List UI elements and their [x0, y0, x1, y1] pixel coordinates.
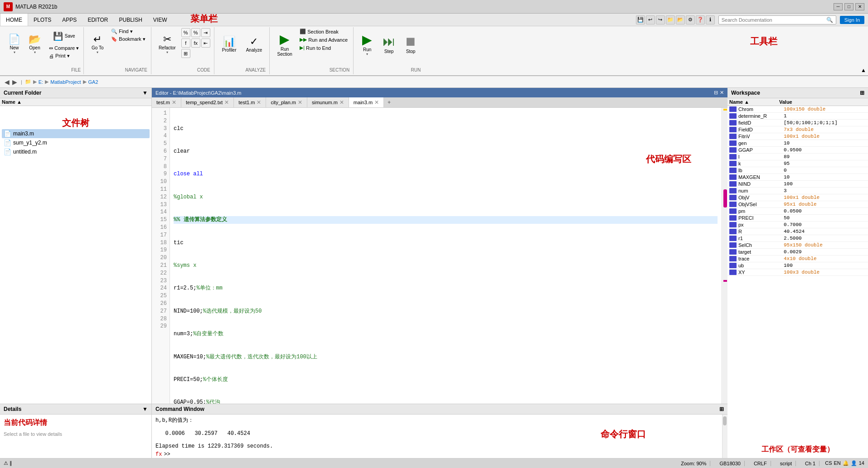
toolbar-icon-8[interactable]: ℹ — [706, 15, 715, 24]
ws-row-chrom[interactable]: Chrom100x150 double — [727, 106, 868, 113]
bookmark-button[interactable]: 🔖 Bookmark ▾ — [109, 36, 147, 43]
details-expand[interactable]: ▼ — [142, 406, 148, 412]
scroll-thumb[interactable] — [723, 189, 727, 207]
back-button[interactable]: ◀ — [4, 77, 10, 87]
ws-row-ggap[interactable]: GGAP0.9500 — [727, 147, 868, 154]
menu-plots[interactable]: PLOTS — [28, 14, 57, 26]
ws-row-fieldd-small[interactable]: fieldD[50;0;100;1;0;1;1] — [727, 120, 868, 126]
ws-row-objvsel[interactable]: ObjVSel95x1 double — [727, 201, 868, 208]
editor-controls[interactable]: ⊟ ✕ — [714, 90, 724, 96]
file-item-sum[interactable]: 📄 sum_y1_y2.m — [2, 138, 150, 147]
toolbar-icon-5[interactable]: 📂 — [676, 15, 685, 24]
command-input[interactable] — [172, 451, 724, 458]
file-item-untitled[interactable]: 📄 untitled.m — [2, 147, 150, 156]
editor-content[interactable]: 1234567891011121314151617181920212223242… — [152, 108, 727, 404]
profiler-button[interactable]: 📊 Profiler — [218, 28, 241, 60]
ws-row-lb[interactable]: lb0 — [727, 167, 868, 174]
menu-view[interactable]: VIEW — [148, 14, 173, 26]
menu-publish[interactable]: PUBLISH — [114, 14, 148, 26]
ws-row-r1[interactable]: r12.5000 — [727, 235, 868, 242]
ws-row-xy[interactable]: XY100x3 double — [727, 269, 868, 276]
file-item-main3[interactable]: 📄 main3.m — [2, 129, 150, 138]
ws-row-objv[interactable]: ObjV100x1 double — [727, 194, 868, 201]
new-button[interactable]: 📄 New ▾ — [5, 28, 24, 60]
goto-button[interactable]: ↵ Go To ▾ — [87, 28, 107, 60]
analyze-button[interactable]: ✓ Analyze — [242, 28, 266, 60]
code-btn-4[interactable]: f — [181, 39, 190, 48]
toolbar-icon-3[interactable]: ↪ — [656, 15, 665, 24]
toolbar-icon-2[interactable]: ↩ — [646, 15, 655, 24]
indent-btn[interactable]: ⇥ — [201, 28, 210, 37]
ws-row-l[interactable]: l89 — [727, 154, 868, 160]
address-part-project[interactable]: MatlabProject — [50, 79, 81, 85]
ws-row-preci[interactable]: PRECI50 — [727, 215, 868, 222]
menu-editor[interactable]: EDITOR — [82, 14, 113, 26]
ws-row-fitnv[interactable]: FitnV100x1 double — [727, 133, 868, 140]
tab-test1[interactable]: test1.m ✕ — [234, 97, 266, 107]
ws-row-k[interactable]: k95 — [727, 160, 868, 167]
tab-temp-spend[interactable]: temp_spend2.txt ✕ — [181, 97, 234, 107]
command-scrollbar[interactable] — [722, 415, 727, 458]
sign-in-button[interactable]: Sign In — [840, 16, 864, 24]
close-button[interactable]: ✕ — [855, 3, 864, 10]
toolbar-icon-6[interactable]: ⚙ — [686, 15, 695, 24]
tab-close-test1[interactable]: ✕ — [257, 99, 261, 106]
ws-row-num[interactable]: num3 — [727, 188, 868, 194]
toolbar-icon-1[interactable]: 💾 — [636, 15, 645, 24]
percent-btn-1[interactable]: % — [181, 28, 190, 37]
refactor-button[interactable]: ✂ Refactor ▾ — [155, 28, 179, 60]
command-scroll-thumb[interactable] — [723, 416, 727, 425]
ws-row-nind[interactable]: NIND100 — [727, 181, 868, 188]
ws-row-target[interactable]: target0.0029 — [727, 249, 868, 256]
ws-row-ub[interactable]: ub100 — [727, 262, 868, 269]
open-button[interactable]: 📂 Open ▾ — [25, 28, 44, 60]
ws-row-px[interactable]: px0.7000 — [727, 222, 868, 228]
ws-row-pm[interactable]: pm0.0500 — [727, 208, 868, 215]
ws-row-selch[interactable]: SelCh95x150 double — [727, 242, 868, 249]
menu-home[interactable]: HOME — [0, 14, 28, 26]
run-section-button[interactable]: ▶ RunSection — [273, 28, 296, 60]
print-button[interactable]: 🖨 Print ▾ — [47, 53, 81, 59]
ws-row-r[interactable]: R40.4524 — [727, 228, 868, 235]
tab-city-plan[interactable]: city_plan.m ✕ — [266, 97, 307, 107]
tab-close-simu[interactable]: ✕ — [339, 99, 344, 106]
stop-button[interactable]: ⏹ Stop — [401, 28, 421, 60]
menu-apps[interactable]: APPS — [57, 14, 82, 26]
code-btn-7[interactable]: ⊞ — [181, 49, 190, 58]
maximize-button[interactable]: □ — [844, 3, 853, 10]
minimize-button[interactable]: ─ — [834, 3, 843, 10]
dedent-btn[interactable]: ⇤ — [201, 39, 210, 48]
toolbar-icon-7[interactable]: ❓ — [696, 15, 705, 24]
tab-simunum[interactable]: simunum.m ✕ — [307, 97, 349, 107]
ws-row-determine[interactable]: determine_R1 — [727, 113, 868, 120]
ws-row-fieldd-big[interactable]: FieldD7x3 double — [727, 126, 868, 133]
step-button[interactable]: ⏭ Step — [379, 28, 399, 60]
run-to-end-button[interactable]: ▶| Run to End — [298, 44, 349, 51]
address-part-folder[interactable]: GA2 — [88, 79, 98, 85]
tab-close-test[interactable]: ✕ — [172, 99, 176, 106]
forward-button[interactable]: ▶ — [11, 77, 18, 87]
editor-minimize-icon[interactable]: ⊟ — [714, 90, 718, 96]
ws-row-maxgen[interactable]: MAXGEN10 — [727, 174, 868, 181]
tab-close-main3[interactable]: ✕ — [374, 99, 379, 106]
command-expand[interactable]: ⊞ — [719, 406, 724, 412]
compare-button[interactable]: ⇔ Compare ▾ — [47, 45, 81, 52]
ws-row-trace[interactable]: trace4x10 double — [727, 256, 868, 262]
editor-scrollbar[interactable] — [721, 108, 727, 404]
workspace-expand[interactable]: ⊞ — [860, 90, 864, 96]
run-advance-button[interactable]: ▶▶ Run and Advance — [298, 36, 349, 43]
tab-main3[interactable]: main3.m ✕ — [349, 97, 384, 107]
ribbon-expand[interactable]: ▲ — [861, 67, 866, 73]
tab-close-temp[interactable]: ✕ — [224, 99, 229, 106]
panel-expand-icon[interactable]: ▼ — [142, 90, 148, 96]
run-button[interactable]: ▶ Run ▾ — [357, 28, 377, 60]
tab-add[interactable]: + — [384, 97, 394, 107]
code-editor[interactable]: clc clear close all %global x %% 遗传算法参数定… — [170, 108, 721, 404]
save-button[interactable]: 💾 Save — [47, 28, 81, 44]
section-break-button[interactable]: ⬛ Section Break — [298, 28, 349, 35]
code-btn-5[interactable]: fx — [191, 39, 200, 48]
find-button[interactable]: 🔍 Find ▾ — [109, 28, 147, 35]
window-controls[interactable]: ─ □ ✕ — [834, 3, 864, 10]
tab-close-city[interactable]: ✕ — [298, 99, 302, 106]
address-part-drive[interactable]: E: — [39, 79, 43, 85]
